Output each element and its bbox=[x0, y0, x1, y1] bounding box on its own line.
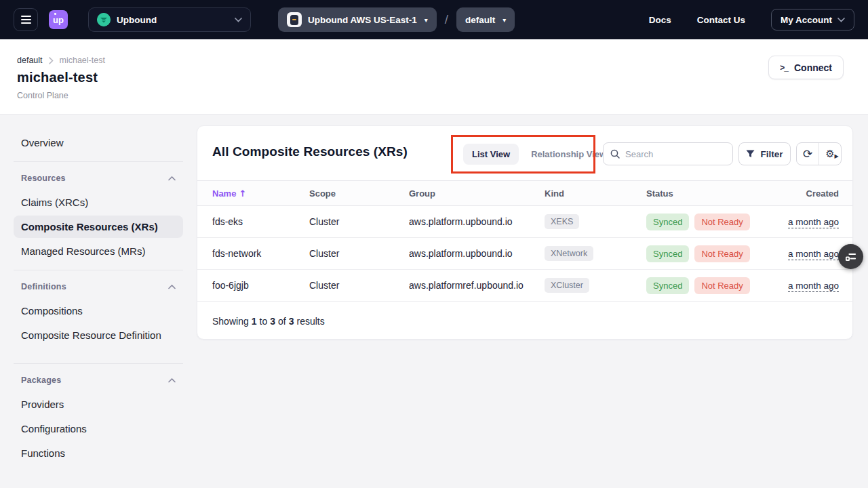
sidebar-item-composite-resource-definition[interactable]: Composite Resource Definition bbox=[14, 324, 183, 346]
search-box bbox=[603, 142, 733, 165]
nav-right-group: Docs Contact Us My Account bbox=[649, 9, 854, 30]
cell-status: Synced Not Ready bbox=[646, 214, 775, 230]
relationship-view-tab[interactable]: Relationship View bbox=[530, 144, 608, 165]
panel-header: All Composite Resources (XRs) List View … bbox=[197, 126, 852, 180]
chevron-up-icon bbox=[168, 285, 176, 289]
not-ready-badge: Not Ready bbox=[694, 245, 749, 262]
sidebar-section-resources[interactable]: Resources bbox=[14, 169, 183, 187]
control-plane-selector[interactable]: Upbound AWS US-East-1 ▾ bbox=[278, 7, 437, 32]
breadcrumb: default michael-test bbox=[17, 56, 868, 65]
sidebar-item-compositions[interactable]: Compositions bbox=[14, 300, 183, 322]
footer-to: 3 bbox=[270, 316, 275, 327]
chevron-right-icon bbox=[49, 57, 54, 64]
sidebar-item-overview[interactable]: Overview bbox=[14, 131, 183, 154]
column-header-kind[interactable]: Kind bbox=[545, 188, 646, 199]
sidebar-section-packages[interactable]: Packages bbox=[14, 371, 183, 389]
footer-text: to bbox=[260, 316, 268, 327]
refresh-button[interactable]: ⟳ bbox=[797, 143, 818, 165]
footer-from: 1 bbox=[252, 316, 257, 327]
section-label: Packages bbox=[21, 375, 61, 385]
footer-text: Showing bbox=[212, 316, 249, 327]
sidebar-item-providers[interactable]: Providers bbox=[14, 393, 183, 415]
cell-name: foo-6jgjb bbox=[212, 280, 309, 291]
breadcrumb-current: michael-test bbox=[60, 56, 105, 65]
control-plane-label: Upbound AWS US-East-1 bbox=[308, 15, 417, 25]
connect-label: Connect bbox=[794, 62, 832, 73]
hamburger-menu-icon[interactable] bbox=[14, 8, 38, 31]
control-plane-icon bbox=[287, 12, 302, 27]
list-view-tab[interactable]: List View bbox=[463, 144, 519, 165]
page-header: default michael-test michael-test Contro… bbox=[0, 39, 868, 115]
table-header: Name ↑ Scope Group Kind Status Created bbox=[197, 180, 852, 206]
sort-ascending-icon: ↑ bbox=[239, 188, 246, 199]
cell-status: Synced Not Ready bbox=[646, 245, 775, 262]
namespace-selector[interactable]: default ▾ bbox=[456, 7, 515, 32]
organization-icon bbox=[97, 13, 111, 26]
column-header-name[interactable]: Name ↑ bbox=[212, 188, 309, 199]
cell-kind: XEKS bbox=[545, 214, 646, 229]
cell-kind: XNetwork bbox=[545, 246, 646, 261]
organization-selector[interactable]: Upbound bbox=[88, 7, 251, 32]
gear-icon: ⚙▶ bbox=[825, 149, 834, 159]
table-row[interactable]: foo-6jgjb Cluster aws.platformref.upboun… bbox=[197, 270, 852, 302]
connect-button[interactable]: >_ Connect bbox=[768, 56, 844, 79]
panel-title: All Composite Resources (XRs) bbox=[212, 144, 408, 159]
my-account-label: My Account bbox=[781, 15, 832, 25]
search-icon bbox=[610, 149, 620, 159]
footer-total: 3 bbox=[289, 316, 294, 327]
upbound-logo[interactable]: up bbox=[49, 10, 68, 29]
sidebar-item-managed-resources[interactable]: Managed Resources (MRs) bbox=[14, 240, 183, 262]
refresh-controls: ⟳ ⚙▶ bbox=[796, 142, 842, 165]
survey-icon bbox=[845, 251, 856, 262]
caret-down-icon: ▾ bbox=[502, 16, 506, 24]
created-tooltip-link[interactable]: a month ago bbox=[788, 249, 839, 260]
cell-group: aws.platform.upbound.io bbox=[409, 248, 545, 259]
contact-us-link[interactable]: Contact Us bbox=[697, 15, 745, 25]
view-toggle: List View Relationship View bbox=[463, 144, 608, 165]
column-header-group[interactable]: Group bbox=[409, 188, 545, 199]
synced-badge: Synced bbox=[646, 277, 689, 294]
table-footer: Showing 1 to 3 of 3 results bbox=[197, 302, 852, 340]
sidebar: Overview Resources Claims (XRCs) Composi… bbox=[0, 115, 197, 488]
sidebar-item-composite-resources[interactable]: Composite Resources (XRs) bbox=[14, 216, 183, 238]
not-ready-badge: Not Ready bbox=[694, 277, 749, 294]
search-input[interactable] bbox=[625, 149, 726, 159]
table-row[interactable]: fds-eks Cluster aws.platform.upbound.io … bbox=[197, 206, 852, 238]
chevron-down-icon bbox=[235, 18, 242, 22]
cell-group: aws.platformref.upbound.io bbox=[409, 280, 545, 291]
my-account-button[interactable]: My Account bbox=[771, 9, 854, 30]
filter-button[interactable]: Filter bbox=[738, 142, 791, 165]
sidebar-item-claims[interactable]: Claims (XRCs) bbox=[14, 191, 183, 214]
chevron-up-icon bbox=[168, 378, 176, 383]
created-tooltip-link[interactable]: a month ago bbox=[788, 281, 839, 292]
kind-badge: XEKS bbox=[545, 214, 579, 229]
docs-link[interactable]: Docs bbox=[649, 15, 671, 25]
not-ready-badge: Not Ready bbox=[694, 214, 749, 230]
section-label: Resources bbox=[21, 174, 66, 183]
cell-created: a month ago bbox=[775, 217, 839, 227]
sidebar-item-configurations[interactable]: Configurations bbox=[14, 418, 183, 440]
cell-created: a month ago bbox=[775, 249, 839, 259]
synced-badge: Synced bbox=[646, 214, 689, 230]
caret-down-icon: ▾ bbox=[425, 16, 428, 24]
breadcrumb-parent[interactable]: default bbox=[17, 56, 43, 65]
kind-badge: XCluster bbox=[545, 278, 589, 293]
column-header-status[interactable]: Status bbox=[646, 188, 775, 199]
page-subtitle: Control Plane bbox=[17, 91, 868, 100]
namespace-label: default bbox=[465, 15, 495, 25]
cell-created: a month ago bbox=[775, 281, 839, 291]
column-header-created[interactable]: Created bbox=[775, 188, 839, 199]
sidebar-item-functions[interactable]: Functions bbox=[14, 442, 183, 464]
sidebar-divider bbox=[14, 161, 183, 162]
terminal-icon: >_ bbox=[780, 63, 788, 73]
created-tooltip-link[interactable]: a month ago bbox=[788, 217, 839, 228]
auto-refresh-settings-button[interactable]: ⚙▶ bbox=[818, 143, 841, 165]
footer-text: of bbox=[278, 316, 286, 327]
cell-name: fds-eks bbox=[212, 216, 309, 227]
feedback-widget-button[interactable] bbox=[838, 244, 863, 269]
refresh-icon: ⟳ bbox=[803, 148, 812, 160]
kind-badge: XNetwork bbox=[545, 246, 593, 261]
column-header-scope[interactable]: Scope bbox=[309, 188, 409, 199]
sidebar-section-definitions[interactable]: Definitions bbox=[14, 278, 183, 296]
table-row[interactable]: fds-network Cluster aws.platform.upbound… bbox=[197, 238, 852, 270]
